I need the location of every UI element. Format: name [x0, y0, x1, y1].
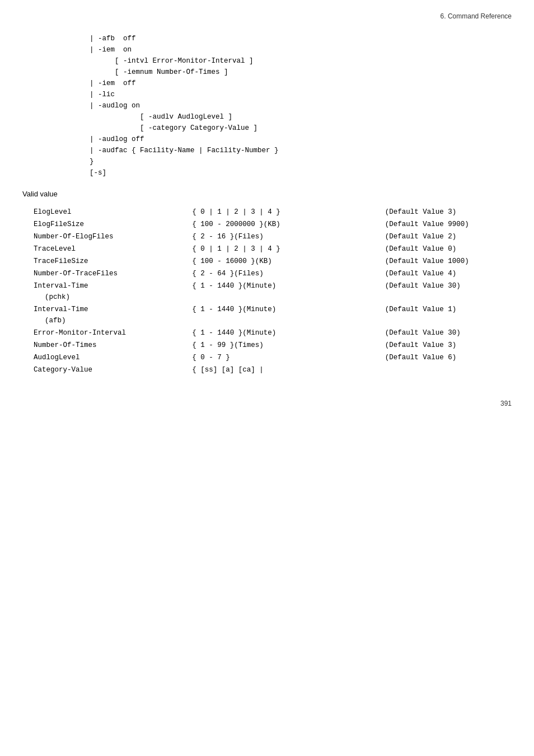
param-name: AudlogLevel [34, 351, 192, 364]
cmd-afb-off: | -afb off [90, 33, 512, 44]
param-default: (Default Value 2) [385, 231, 523, 243]
table-row: Number-Of-TraceFiles { 2 - 64 }(Files) (… [34, 267, 523, 280]
table-row: Interval-Time(pchk) { 1 - 1440 }(Minute)… [34, 280, 523, 303]
cmd-s: [-s] [90, 167, 512, 179]
cmd-audlog-on: | -audlog on [90, 100, 512, 111]
param-name: Category-Value [34, 364, 192, 376]
param-range: { 100 - 2000000 }(KB) [192, 218, 385, 231]
param-range: { 0 | 1 | 2 | 3 | 4 } [192, 243, 385, 255]
section-title: Valid value [22, 189, 512, 200]
param-range: { 0 - 7 } [192, 351, 385, 364]
table-row: ElogLevel { 0 | 1 | 2 | 3 | 4 } (Default… [34, 206, 523, 218]
table-row: ElogFileSize { 100 - 2000000 }(KB) (Defa… [34, 218, 523, 231]
param-name: TraceLevel [34, 243, 192, 255]
param-name: Number-Of-Times [34, 339, 192, 351]
table-row: AudlogLevel { 0 - 7 } (Default Value 6) [34, 351, 523, 364]
param-name: TraceFileSize [34, 255, 192, 267]
param-range: { 2 - 64 }(Files) [192, 267, 385, 280]
param-name: Interval-Time(afb) [34, 303, 192, 327]
table-row: Number-Of-Times { 1 - 99 }(Times) (Defau… [34, 339, 523, 351]
param-name: ElogFileSize [34, 218, 192, 231]
param-range: { 1 - 1440 }(Minute) [192, 280, 385, 303]
command-block: | -afb off | -iem on [ -intvl Error-Moni… [90, 33, 512, 179]
chapter-title: 6. Command Reference [441, 12, 512, 20]
param-range: { 2 - 16 }(Files) [192, 231, 385, 243]
param-default: (Default Value 30) [385, 280, 523, 303]
param-sub: (pchk) [45, 293, 70, 301]
param-default: (Default Value 30) [385, 327, 523, 339]
table-row: Error-Monitor-Interval { 1 - 1440 }(Minu… [34, 327, 523, 339]
valid-values-table: ElogLevel { 0 | 1 | 2 | 3 | 4 } (Default… [34, 206, 523, 376]
param-default: (Default Value 1000) [385, 255, 523, 267]
cmd-intvl: [ -intvl Error-Monitor-Interval ] [90, 55, 512, 67]
param-name: ElogLevel [34, 206, 192, 218]
table-row: TraceLevel { 0 | 1 | 2 | 3 | 4 } (Defaul… [34, 243, 523, 255]
param-range: { 1 - 1440 }(Minute) [192, 327, 385, 339]
param-default: (Default Value 0) [385, 243, 523, 255]
cmd-category: [ -category Category-Value ] [90, 123, 512, 134]
param-default [385, 364, 523, 376]
param-default: (Default Value 4) [385, 267, 523, 280]
param-default: (Default Value 3) [385, 339, 523, 351]
param-name: Number-Of-ElogFiles [34, 231, 192, 243]
cmd-audfac: | -audfac { Facility-Name | Facility-Num… [90, 145, 512, 156]
cmd-brace-close: } [90, 156, 512, 167]
page-header: 6. Command Reference [22, 11, 512, 22]
param-name: Number-Of-TraceFiles [34, 267, 192, 280]
cmd-iemnum: [ -iemnum Number-Of-Times ] [90, 67, 512, 78]
param-name: Interval-Time(pchk) [34, 280, 192, 303]
table-row: Number-Of-ElogFiles { 2 - 16 }(Files) (D… [34, 231, 523, 243]
param-default: (Default Value 9900) [385, 218, 523, 231]
param-range: { [ss] [a] [ca] | [192, 364, 385, 376]
cmd-iem-off: | -iem off [90, 78, 512, 89]
param-range: { 1 - 1440 }(Minute) [192, 303, 385, 327]
param-range: { 0 | 1 | 2 | 3 | 4 } [192, 206, 385, 218]
param-sub: (afb) [45, 317, 66, 325]
param-range: { 100 - 16000 }(KB) [192, 255, 385, 267]
cmd-iem-on: | -iem on [90, 44, 512, 55]
cmd-audlv: [ -audlv AudlogLevel ] [90, 111, 512, 123]
param-range: { 1 - 99 }(Times) [192, 339, 385, 351]
cmd-lic: | -lic [90, 89, 512, 100]
param-default: (Default Value 3) [385, 206, 523, 218]
table-row: TraceFileSize { 100 - 16000 }(KB) (Defau… [34, 255, 523, 267]
cmd-audlog-off: | -audlog off [90, 134, 512, 145]
table-row: Interval-Time(afb) { 1 - 1440 }(Minute) … [34, 303, 523, 327]
page-number: 391 [22, 398, 512, 409]
param-name: Error-Monitor-Interval [34, 327, 192, 339]
param-default: (Default Value 1) [385, 303, 523, 327]
param-default: (Default Value 6) [385, 351, 523, 364]
table-row: Category-Value { [ss] [a] [ca] | [34, 364, 523, 376]
